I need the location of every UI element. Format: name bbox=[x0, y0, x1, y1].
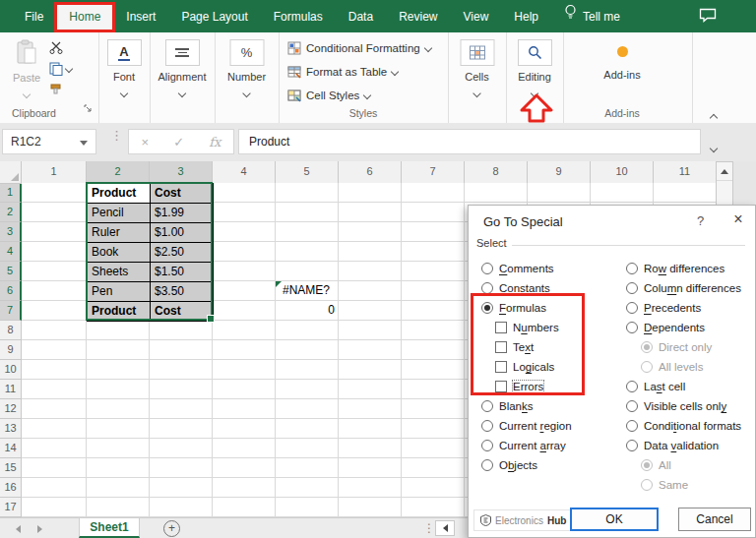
tab-help[interactable]: Help bbox=[501, 4, 551, 30]
grid-cell[interactable] bbox=[339, 399, 402, 419]
select-all-corner[interactable] bbox=[0, 161, 22, 184]
radio-control-icon[interactable] bbox=[481, 420, 493, 432]
table-cell-1-99-r1[interactable]: $1.99 bbox=[151, 204, 214, 223]
cancel-entry-icon[interactable]: × bbox=[142, 135, 150, 149]
radio-control-icon[interactable] bbox=[626, 440, 638, 451]
grid-cell[interactable] bbox=[213, 399, 276, 419]
editing-button[interactable]: Editing bbox=[506, 39, 563, 100]
checkbox-errors[interactable]: Errors bbox=[495, 379, 543, 394]
addins-button[interactable]: Add-ins bbox=[593, 39, 652, 81]
grid-cell[interactable] bbox=[22, 439, 87, 458]
grid-cell[interactable] bbox=[402, 439, 465, 458]
grid-cell[interactable] bbox=[339, 242, 402, 262]
grid-cell[interactable] bbox=[339, 340, 402, 360]
row-header-6[interactable]: 6 bbox=[0, 281, 22, 301]
table-cell-ruler-r2[interactable]: Ruler bbox=[88, 223, 151, 243]
grid-cell[interactable] bbox=[87, 478, 150, 498]
table-cell-2-50-r3[interactable]: $2.50 bbox=[151, 243, 214, 263]
checkbox-control-icon[interactable] bbox=[495, 322, 507, 333]
col-header-11[interactable]: 11 bbox=[654, 161, 717, 184]
grid-cell[interactable] bbox=[402, 419, 465, 439]
grid-cell[interactable] bbox=[150, 380, 213, 399]
checkbox-numbers[interactable]: Numbers bbox=[495, 320, 559, 335]
row-header-11[interactable]: 11 bbox=[0, 380, 22, 399]
grid-cell[interactable] bbox=[22, 321, 87, 340]
grid-cell[interactable] bbox=[213, 262, 276, 281]
tab-review[interactable]: Review bbox=[386, 4, 450, 30]
confirm-entry-icon[interactable]: ✓ bbox=[173, 135, 184, 149]
radio-control-icon[interactable] bbox=[626, 420, 638, 432]
grid-cell[interactable] bbox=[276, 203, 339, 222]
grid-cell[interactable] bbox=[402, 380, 465, 399]
grid-cell[interactable] bbox=[213, 183, 276, 203]
name-box-dropdown-icon[interactable] bbox=[80, 141, 88, 146]
grid-cell[interactable] bbox=[339, 439, 402, 458]
grid-cell[interactable] bbox=[528, 183, 591, 203]
comment-icon[interactable] bbox=[699, 8, 717, 27]
expand-formula-bar-icon[interactable] bbox=[711, 138, 717, 155]
grid-cell[interactable] bbox=[213, 340, 276, 360]
grid-cell[interactable] bbox=[276, 458, 339, 478]
radio-last-cell[interactable]: Last cell bbox=[626, 379, 685, 394]
formula-input[interactable]: Product bbox=[238, 129, 701, 154]
table-cell-pen-r5[interactable]: Pen bbox=[88, 282, 151, 302]
grid-cell[interactable] bbox=[87, 498, 150, 517]
radio-control-icon[interactable] bbox=[481, 302, 493, 314]
grid-cell[interactable] bbox=[22, 498, 87, 517]
radio-column-differences[interactable]: Column differences bbox=[626, 280, 741, 296]
grid-cell[interactable] bbox=[339, 478, 402, 498]
copy-icon[interactable] bbox=[49, 62, 63, 76]
grid-cell[interactable] bbox=[276, 242, 339, 262]
row-header-7[interactable]: 7 bbox=[0, 301, 22, 321]
row-header-1[interactable]: 1 bbox=[0, 183, 22, 203]
copy-chevron-icon[interactable] bbox=[65, 65, 73, 73]
table-cell-product-r6[interactable]: Product bbox=[88, 302, 151, 322]
grid-cell[interactable] bbox=[22, 281, 87, 301]
cancel-button[interactable]: Cancel bbox=[678, 508, 751, 531]
alignment-button[interactable]: Alignment bbox=[150, 39, 215, 100]
tab-formulas[interactable]: Formulas bbox=[261, 4, 336, 30]
grid-cell[interactable] bbox=[276, 183, 339, 203]
checkbox-control-icon[interactable] bbox=[495, 341, 507, 353]
grid-cell[interactable] bbox=[150, 340, 213, 360]
grid-cell[interactable] bbox=[87, 439, 150, 458]
radio-control-icon[interactable] bbox=[626, 322, 638, 333]
grid-cell[interactable] bbox=[150, 478, 213, 498]
format-as-table-button[interactable]: Format as Table bbox=[287, 64, 398, 80]
grid-cell[interactable] bbox=[213, 281, 276, 301]
radio-current-region[interactable]: Current region bbox=[481, 418, 572, 434]
radio-control-icon[interactable] bbox=[626, 263, 638, 274]
grid-cell[interactable] bbox=[276, 419, 339, 439]
radio-control-icon[interactable] bbox=[626, 400, 638, 412]
grid-cell[interactable] bbox=[150, 458, 213, 478]
radio-formulas[interactable]: Formulas bbox=[481, 300, 546, 316]
grid-cell[interactable] bbox=[276, 439, 339, 458]
row-header-4[interactable]: 4 bbox=[0, 242, 22, 262]
grid-cell[interactable] bbox=[654, 183, 717, 203]
paste-chevron-icon[interactable] bbox=[23, 90, 31, 98]
radio-control-icon[interactable] bbox=[481, 263, 493, 274]
font-button[interactable]: A Font bbox=[98, 39, 150, 100]
formula-bar-grip[interactable]: ⋮ bbox=[110, 132, 123, 139]
radio-control-icon[interactable] bbox=[626, 302, 638, 314]
col-header-5[interactable]: 5 bbox=[276, 161, 339, 184]
grid-cell[interactable] bbox=[402, 203, 465, 222]
row-header-17[interactable]: 17 bbox=[0, 498, 22, 517]
col-header-9[interactable]: 9 bbox=[528, 161, 591, 184]
insert-function-icon[interactable]: fx bbox=[209, 135, 220, 149]
table-cell-cost-r6[interactable]: Cost bbox=[151, 302, 214, 322]
cell-value-name[interactable]: #NAME? bbox=[276, 281, 339, 301]
row-header-16[interactable]: 16 bbox=[0, 478, 22, 498]
grid-cell[interactable] bbox=[276, 380, 339, 399]
sheetbar-grip[interactable]: ⋮ bbox=[423, 521, 435, 535]
grid-cell[interactable] bbox=[22, 419, 87, 439]
grid-cell[interactable] bbox=[213, 380, 276, 399]
grid-cell[interactable] bbox=[87, 399, 150, 419]
grid-cell[interactable] bbox=[276, 262, 339, 281]
dialog-close-button[interactable]: × bbox=[728, 210, 748, 228]
grid-cell[interactable] bbox=[87, 380, 150, 399]
checkbox-control-icon[interactable] bbox=[495, 361, 507, 373]
grid-cell[interactable] bbox=[22, 458, 87, 478]
table-cell-product-r0[interactable]: Product bbox=[88, 184, 151, 204]
grid-cell[interactable] bbox=[402, 321, 465, 340]
